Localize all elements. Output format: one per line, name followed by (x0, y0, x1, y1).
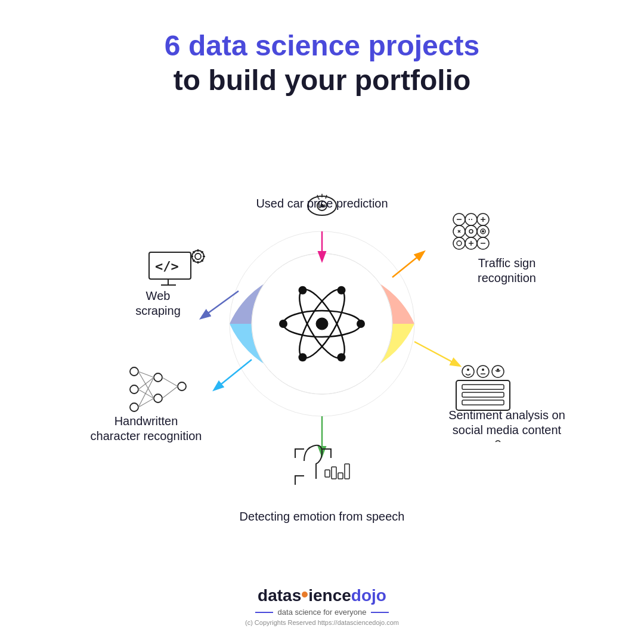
svg-line-77 (162, 377, 178, 386)
brand-dash-right (371, 612, 389, 613)
title-line2: to build your portfolio (165, 63, 479, 98)
svg-line-71 (138, 371, 154, 377)
sentiment-label2: social media content (453, 423, 562, 436)
svg-text:</>: </> (155, 259, 179, 274)
svg-point-56 (477, 366, 489, 377)
svg-point-11 (299, 286, 307, 295)
svg-point-39 (469, 230, 473, 233)
svg-point-84 (195, 253, 201, 259)
brand-tagline: data science for everyone (245, 608, 399, 617)
brand-copyright: (c) Copyrights Reserved https://datascie… (245, 619, 399, 626)
sentiment-label: Sentiment analysis on (448, 408, 565, 422)
svg-rect-52 (462, 392, 504, 397)
svg-point-38 (465, 225, 477, 237)
svg-point-69 (154, 394, 162, 402)
svg-line-17 (215, 360, 252, 389)
brand-name-dojo: dojo (351, 586, 386, 605)
brand-dash-left (255, 612, 273, 613)
title-line1: 6 data science projects (165, 29, 479, 63)
traffic-sign-icon (453, 213, 489, 249)
web-scraping-label2: scraping (135, 304, 181, 317)
svg-point-60 (497, 369, 499, 371)
handwritten-icon (130, 367, 186, 411)
brand-section: data s ience dojo data science for every… (245, 586, 399, 626)
svg-point-7 (357, 320, 365, 328)
web-scraping-label: Web (146, 289, 171, 302)
traffic-sign-label: Traffic sign (478, 256, 536, 270)
handwritten-label: Handwritten (114, 414, 178, 428)
brand-name-data: data (258, 586, 292, 605)
used-car-label: Used car price prediction (256, 197, 388, 210)
emotion-speech-icon (295, 445, 349, 485)
page-container: 6 data science projects to build your po… (0, 0, 644, 644)
svg-point-66 (130, 385, 138, 394)
svg-line-78 (162, 386, 178, 398)
svg-rect-64 (345, 464, 349, 479)
svg-point-12 (338, 353, 346, 361)
svg-rect-51 (462, 385, 504, 389)
svg-point-44 (457, 241, 462, 246)
svg-line-14 (392, 252, 423, 277)
svg-point-55 (467, 369, 469, 371)
svg-point-42 (482, 230, 484, 233)
handwritten-label2: character recognition (91, 429, 202, 442)
svg-line-18 (202, 291, 239, 318)
svg-line-72 (138, 371, 154, 398)
brand-tagline-text: data science for everyone (278, 608, 367, 617)
svg-rect-53 (462, 400, 504, 405)
brand-logo: data s ience dojo (245, 586, 399, 605)
svg-rect-61 (325, 470, 330, 477)
brand-name-ence: ience (308, 586, 351, 605)
svg-point-65 (130, 367, 138, 376)
diagram-area: </> Used car price prediction Traffic si… (54, 115, 590, 550)
svg-point-43 (453, 237, 465, 249)
svg-point-68 (154, 373, 162, 382)
svg-point-54 (462, 366, 474, 377)
svg-point-67 (130, 403, 138, 411)
web-scraping-icon: </> (149, 249, 205, 285)
svg-rect-63 (338, 473, 343, 479)
svg-point-8 (279, 320, 287, 328)
svg-point-3 (316, 318, 328, 330)
svg-rect-62 (332, 467, 336, 479)
title-section: 6 data science projects to build your po… (165, 29, 479, 97)
svg-point-70 (178, 382, 186, 391)
svg-line-73 (138, 377, 154, 389)
brand-dot (302, 592, 308, 597)
brand-name-sci: s (292, 586, 302, 605)
emotion-label: Detecting emotion from speech (240, 510, 405, 523)
svg-point-10 (299, 353, 307, 361)
traffic-sign-label2: recognition (478, 271, 536, 284)
diagram-svg: </> Used car price prediction Traffic si… (54, 115, 590, 550)
svg-line-15 (414, 342, 459, 366)
svg-point-9 (338, 286, 346, 295)
svg-point-57 (482, 369, 484, 371)
